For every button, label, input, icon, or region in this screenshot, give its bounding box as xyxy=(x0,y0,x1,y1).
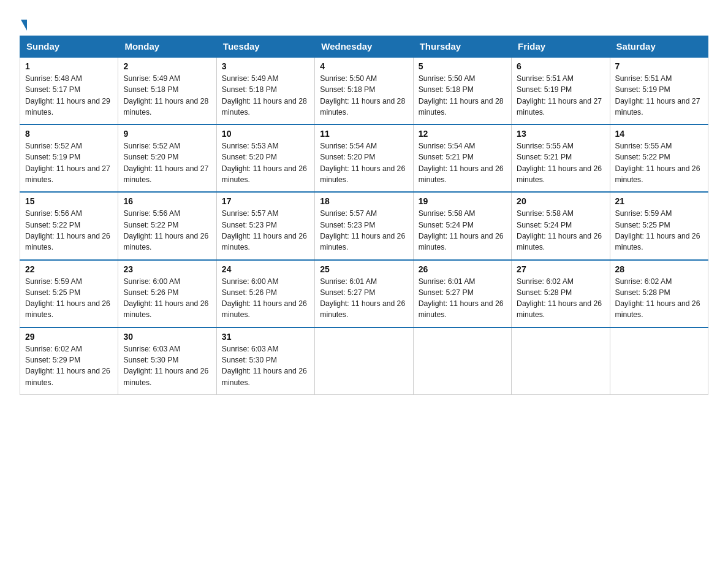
day-number: 9 xyxy=(123,129,211,139)
calendar-cell: 30 Sunrise: 6:03 AMSunset: 5:30 PMDaylig… xyxy=(118,327,216,395)
calendar-cell: 27 Sunrise: 6:02 AMSunset: 5:28 PMDaylig… xyxy=(512,260,610,327)
day-info: Sunrise: 6:01 AMSunset: 5:27 PMDaylight:… xyxy=(419,277,504,320)
col-header-tuesday: Tuesday xyxy=(216,36,314,58)
day-number: 7 xyxy=(615,61,703,71)
calendar-cell: 1 Sunrise: 5:48 AMSunset: 5:17 PMDayligh… xyxy=(20,57,118,124)
day-number: 12 xyxy=(419,129,506,139)
day-info: Sunrise: 5:49 AMSunset: 5:18 PMDaylight:… xyxy=(123,74,208,117)
calendar-week-row: 15 Sunrise: 5:56 AMSunset: 5:22 PMDaylig… xyxy=(20,192,708,259)
day-number: 28 xyxy=(615,264,703,274)
day-number: 5 xyxy=(419,61,506,71)
calendar-cell xyxy=(512,327,610,395)
day-number: 17 xyxy=(222,196,309,206)
col-header-monday: Monday xyxy=(118,36,216,58)
day-number: 21 xyxy=(615,196,703,206)
calendar-week-row: 1 Sunrise: 5:48 AMSunset: 5:17 PMDayligh… xyxy=(20,57,708,124)
day-info: Sunrise: 6:02 AMSunset: 5:29 PMDaylight:… xyxy=(25,345,110,387)
day-info: Sunrise: 5:54 AMSunset: 5:21 PMDaylight:… xyxy=(419,142,504,184)
day-info: Sunrise: 5:48 AMSunset: 5:17 PMDaylight:… xyxy=(25,74,110,117)
calendar-cell: 10 Sunrise: 5:53 AMSunset: 5:20 PMDaylig… xyxy=(216,124,314,192)
day-info: Sunrise: 6:01 AMSunset: 5:27 PMDaylight:… xyxy=(320,277,405,320)
calendar-cell xyxy=(413,327,511,395)
calendar-cell: 14 Sunrise: 5:55 AMSunset: 5:22 PMDaylig… xyxy=(610,124,708,192)
day-info: Sunrise: 5:56 AMSunset: 5:22 PMDaylight:… xyxy=(123,209,208,251)
calendar-cell: 19 Sunrise: 5:58 AMSunset: 5:24 PMDaylig… xyxy=(413,192,511,259)
day-number: 29 xyxy=(25,332,113,342)
day-info: Sunrise: 6:03 AMSunset: 5:30 PMDaylight:… xyxy=(222,345,307,387)
day-number: 8 xyxy=(25,129,113,139)
calendar-cell: 7 Sunrise: 5:51 AMSunset: 5:19 PMDayligh… xyxy=(610,57,708,124)
day-number: 16 xyxy=(123,196,211,206)
day-info: Sunrise: 5:55 AMSunset: 5:22 PMDaylight:… xyxy=(615,142,700,184)
calendar-cell: 13 Sunrise: 5:55 AMSunset: 5:21 PMDaylig… xyxy=(512,124,610,192)
calendar-cell xyxy=(610,327,708,395)
day-info: Sunrise: 5:52 AMSunset: 5:19 PMDaylight:… xyxy=(25,142,110,184)
col-header-saturday: Saturday xyxy=(610,36,708,58)
calendar-cell: 21 Sunrise: 5:59 AMSunset: 5:25 PMDaylig… xyxy=(610,192,708,259)
day-info: Sunrise: 5:51 AMSunset: 5:19 PMDaylight:… xyxy=(615,74,700,117)
day-number: 31 xyxy=(222,332,309,342)
day-number: 22 xyxy=(25,264,113,274)
day-number: 6 xyxy=(517,61,604,71)
day-number: 26 xyxy=(419,264,506,274)
day-number: 18 xyxy=(320,196,408,206)
calendar-cell: 31 Sunrise: 6:03 AMSunset: 5:30 PMDaylig… xyxy=(216,327,314,395)
logo-arrow-icon xyxy=(21,20,27,31)
calendar-week-row: 22 Sunrise: 5:59 AMSunset: 5:25 PMDaylig… xyxy=(20,260,708,327)
day-number: 24 xyxy=(222,264,309,274)
col-header-wednesday: Wednesday xyxy=(315,36,413,58)
day-number: 13 xyxy=(517,129,604,139)
calendar-cell: 9 Sunrise: 5:52 AMSunset: 5:20 PMDayligh… xyxy=(118,124,216,192)
day-info: Sunrise: 5:51 AMSunset: 5:19 PMDaylight:… xyxy=(517,74,602,117)
day-number: 2 xyxy=(123,61,211,71)
calendar-cell: 26 Sunrise: 6:01 AMSunset: 5:27 PMDaylig… xyxy=(413,260,511,327)
day-info: Sunrise: 5:49 AMSunset: 5:18 PMDaylight:… xyxy=(222,74,307,117)
day-number: 23 xyxy=(123,264,211,274)
calendar-cell: 3 Sunrise: 5:49 AMSunset: 5:18 PMDayligh… xyxy=(216,57,314,124)
day-info: Sunrise: 5:52 AMSunset: 5:20 PMDaylight:… xyxy=(123,142,208,184)
logo xyxy=(20,17,27,29)
day-info: Sunrise: 5:57 AMSunset: 5:23 PMDaylight:… xyxy=(320,209,405,251)
day-number: 4 xyxy=(320,61,408,71)
day-number: 11 xyxy=(320,129,408,139)
calendar-cell: 12 Sunrise: 5:54 AMSunset: 5:21 PMDaylig… xyxy=(413,124,511,192)
calendar-cell: 15 Sunrise: 5:56 AMSunset: 5:22 PMDaylig… xyxy=(20,192,118,259)
calendar-cell: 18 Sunrise: 5:57 AMSunset: 5:23 PMDaylig… xyxy=(315,192,413,259)
day-number: 20 xyxy=(517,196,604,206)
day-number: 25 xyxy=(320,264,408,274)
calendar-table: SundayMondayTuesdayWednesdayThursdayFrid… xyxy=(20,36,708,395)
day-info: Sunrise: 6:02 AMSunset: 5:28 PMDaylight:… xyxy=(615,277,700,320)
calendar-cell: 4 Sunrise: 5:50 AMSunset: 5:18 PMDayligh… xyxy=(315,57,413,124)
calendar-cell: 5 Sunrise: 5:50 AMSunset: 5:18 PMDayligh… xyxy=(413,57,511,124)
day-number: 30 xyxy=(123,332,211,342)
calendar-cell: 8 Sunrise: 5:52 AMSunset: 5:19 PMDayligh… xyxy=(20,124,118,192)
calendar-cell: 28 Sunrise: 6:02 AMSunset: 5:28 PMDaylig… xyxy=(610,260,708,327)
calendar-cell xyxy=(315,327,413,395)
day-info: Sunrise: 5:59 AMSunset: 5:25 PMDaylight:… xyxy=(25,277,110,320)
day-number: 3 xyxy=(222,61,309,71)
day-number: 19 xyxy=(419,196,506,206)
calendar-week-row: 29 Sunrise: 6:02 AMSunset: 5:29 PMDaylig… xyxy=(20,327,708,395)
col-header-sunday: Sunday xyxy=(20,36,118,58)
calendar-cell: 6 Sunrise: 5:51 AMSunset: 5:19 PMDayligh… xyxy=(512,57,610,124)
day-number: 1 xyxy=(25,61,113,71)
calendar-cell: 29 Sunrise: 6:02 AMSunset: 5:29 PMDaylig… xyxy=(20,327,118,395)
calendar-cell: 25 Sunrise: 6:01 AMSunset: 5:27 PMDaylig… xyxy=(315,260,413,327)
calendar-week-row: 8 Sunrise: 5:52 AMSunset: 5:19 PMDayligh… xyxy=(20,124,708,192)
day-info: Sunrise: 5:58 AMSunset: 5:24 PMDaylight:… xyxy=(517,209,602,251)
day-number: 27 xyxy=(517,264,604,274)
day-info: Sunrise: 5:50 AMSunset: 5:18 PMDaylight:… xyxy=(419,74,504,117)
page-header xyxy=(20,15,708,29)
col-header-friday: Friday xyxy=(512,36,610,58)
day-info: Sunrise: 6:00 AMSunset: 5:26 PMDaylight:… xyxy=(123,277,208,320)
calendar-cell: 24 Sunrise: 6:00 AMSunset: 5:26 PMDaylig… xyxy=(216,260,314,327)
calendar-cell: 11 Sunrise: 5:54 AMSunset: 5:20 PMDaylig… xyxy=(315,124,413,192)
calendar-cell: 16 Sunrise: 5:56 AMSunset: 5:22 PMDaylig… xyxy=(118,192,216,259)
day-info: Sunrise: 6:02 AMSunset: 5:28 PMDaylight:… xyxy=(517,277,602,320)
day-info: Sunrise: 5:57 AMSunset: 5:23 PMDaylight:… xyxy=(222,209,307,251)
calendar-cell: 20 Sunrise: 5:58 AMSunset: 5:24 PMDaylig… xyxy=(512,192,610,259)
day-info: Sunrise: 5:58 AMSunset: 5:24 PMDaylight:… xyxy=(419,209,504,251)
col-header-thursday: Thursday xyxy=(413,36,511,58)
day-info: Sunrise: 6:03 AMSunset: 5:30 PMDaylight:… xyxy=(123,345,208,387)
day-info: Sunrise: 5:55 AMSunset: 5:21 PMDaylight:… xyxy=(517,142,602,184)
